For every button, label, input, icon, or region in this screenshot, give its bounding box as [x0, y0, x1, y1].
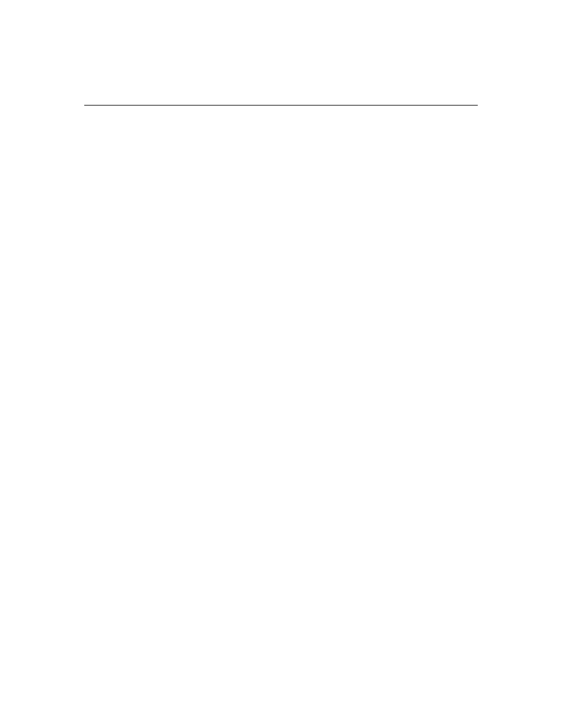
horizontal-rule — [84, 105, 478, 106]
